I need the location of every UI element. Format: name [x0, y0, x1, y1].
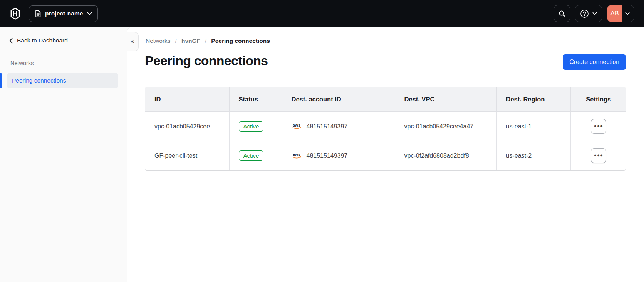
cell-dest-vpc: vpc-01acb05429cee4a47: [395, 112, 496, 141]
column-header-settings: Settings: [570, 87, 626, 112]
breadcrumb: Networks / hvnGF / Peering connections: [146, 37, 626, 44]
search-button[interactable]: [554, 5, 570, 22]
collapse-icon: «: [131, 37, 134, 45]
topbar: project-name: [0, 0, 644, 27]
cell-dest-vpc: vpc-0f2afd6808ad2bdf8: [395, 141, 496, 171]
dest-account-id-value: 481515149397: [307, 152, 348, 159]
peering-connections-table: ID Status Dest. account ID Dest. VPC Des…: [145, 87, 626, 171]
chevron-down-icon: [592, 12, 597, 15]
page-title: Peering connections: [145, 53, 268, 68]
status-badge: Active: [239, 121, 264, 132]
chevron-left-icon: [9, 38, 13, 44]
active-item-indicator: [0, 73, 2, 88]
row-settings-menu-button[interactable]: ●●●: [591, 119, 606, 134]
ellipsis-icon: ●●●: [594, 153, 603, 157]
status-badge: Active: [239, 150, 264, 161]
breadcrumb-separator: /: [205, 37, 206, 44]
avatar: AB: [607, 5, 622, 22]
sidebar-section-networks: Networks: [10, 60, 127, 66]
back-to-dashboard-link[interactable]: Back to Dashboard: [9, 37, 127, 44]
chevron-down-icon: [87, 12, 92, 15]
column-header-id: ID: [145, 87, 229, 112]
table-row: GF-peer-cli-test Active aws: [145, 141, 626, 171]
cell-status: Active: [229, 141, 282, 171]
help-icon: [580, 9, 589, 18]
ellipsis-icon: ●●●: [594, 123, 603, 128]
breadcrumb-item-networks[interactable]: Networks: [146, 37, 171, 44]
column-header-dest-region: Dest. Region: [496, 87, 570, 112]
sidebar-item-label: Peering connections: [12, 77, 66, 84]
hashicorp-logo[interactable]: [10, 8, 20, 20]
cell-dest-account-id: aws 481515149397: [282, 141, 395, 171]
sidebar-collapse-button[interactable]: «: [127, 32, 139, 51]
breadcrumb-item-current: Peering connections: [211, 37, 270, 44]
cell-dest-region: us-east-2: [496, 141, 570, 171]
sidebar: Back to Dashboard Networks Peering conne…: [0, 27, 127, 282]
main-content: « Networks / hvnGF / Peering connections…: [127, 27, 644, 282]
project-switcher-button[interactable]: project-name: [29, 5, 98, 22]
table-header-row: ID Status Dest. account ID Dest. VPC Des…: [145, 87, 626, 112]
search-icon: [558, 10, 566, 17]
cell-id: vpc-01acb05429cee: [145, 112, 229, 141]
dest-account-id-value: 481515149397: [307, 123, 348, 130]
column-header-status: Status: [229, 87, 282, 112]
create-connection-button[interactable]: Create connection: [563, 54, 626, 70]
account-menu-button[interactable]: AB: [607, 5, 634, 22]
app-shell: Back to Dashboard Networks Peering conne…: [0, 27, 644, 282]
breadcrumb-separator: /: [175, 37, 177, 44]
sidebar-item-peering-connections[interactable]: Peering connections: [7, 73, 118, 88]
project-switcher-label: project-name: [45, 10, 83, 17]
help-menu-button[interactable]: [575, 5, 602, 22]
cell-status: Active: [229, 112, 282, 141]
app-root: project-name: [0, 0, 644, 282]
back-to-dashboard-label: Back to Dashboard: [17, 37, 68, 44]
cell-dest-account-id: aws 481515149397: [282, 112, 395, 141]
cell-id: GF-peer-cli-test: [145, 141, 229, 171]
aws-logo-icon: aws: [292, 123, 303, 130]
column-header-dest-vpc: Dest. VPC: [395, 87, 496, 112]
document-icon: [35, 10, 41, 17]
aws-logo-icon: aws: [292, 152, 303, 159]
column-header-dest-account-id: Dest. account ID: [282, 87, 395, 112]
svg-text:aws: aws: [293, 152, 300, 157]
table-row: vpc-01acb05429cee Active aws: [145, 112, 626, 141]
cell-settings: ●●●: [570, 141, 626, 171]
row-settings-menu-button[interactable]: ●●●: [591, 148, 606, 163]
chevron-down-icon: [622, 12, 634, 15]
breadcrumb-item-hvngf[interactable]: hvnGF: [181, 37, 200, 44]
cell-settings: ●●●: [570, 112, 626, 141]
svg-text:aws: aws: [293, 123, 300, 127]
cell-dest-region: us-east-1: [496, 112, 570, 141]
